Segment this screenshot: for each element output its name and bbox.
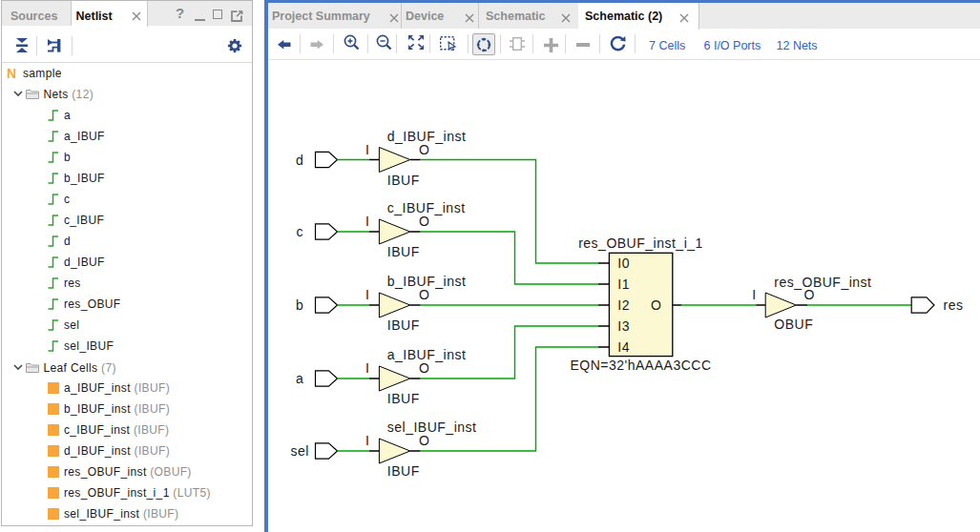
svg-text:I: I — [365, 360, 369, 376]
svg-text:res_OBUF_inst: res_OBUF_inst — [774, 275, 871, 290]
svg-text:O: O — [419, 142, 429, 157]
svg-text:I: I — [365, 287, 369, 302]
svg-text:a_IBUF_inst: a_IBUF_inst — [387, 347, 467, 362]
svg-text:d_IBUF_inst: d_IBUF_inst — [387, 129, 467, 144]
svg-text:sel_IBUF_inst: sel_IBUF_inst — [387, 419, 477, 435]
svg-text:b_IBUF_inst: b_IBUF_inst — [387, 274, 467, 289]
svg-text:a: a — [296, 371, 303, 386]
svg-text:I: I — [752, 287, 756, 302]
svg-text:I4: I4 — [617, 339, 630, 355]
svg-text:EQN=32'hAAAA3CCC: EQN=32'hAAAA3CCC — [570, 358, 711, 373]
svg-text:O: O — [419, 433, 429, 448]
svg-text:I: I — [365, 433, 369, 448]
svg-text:O: O — [419, 214, 429, 229]
svg-text:OBUF: OBUF — [774, 317, 813, 332]
svg-text:b: b — [296, 297, 303, 313]
svg-text:IBUF: IBUF — [387, 173, 420, 188]
svg-text:I2: I2 — [617, 297, 630, 313]
svg-text:c_IBUF_inst: c_IBUF_inst — [387, 200, 466, 215]
svg-text:O: O — [419, 360, 429, 376]
svg-text:c: c — [296, 224, 303, 239]
svg-text:I: I — [365, 142, 369, 157]
svg-text:IBUF: IBUF — [387, 391, 420, 406]
svg-text:I1: I1 — [617, 276, 630, 292]
svg-text:res: res — [944, 297, 964, 313]
svg-text:d: d — [296, 153, 303, 168]
svg-text:IBUF: IBUF — [387, 463, 420, 479]
svg-text:I: I — [365, 214, 369, 229]
svg-text:I0: I0 — [617, 256, 630, 271]
svg-text:O: O — [419, 287, 429, 302]
svg-text:I3: I3 — [617, 318, 630, 334]
svg-text:O: O — [651, 297, 661, 313]
svg-text:sel: sel — [290, 443, 308, 459]
svg-text:IBUF: IBUF — [387, 317, 420, 333]
svg-text:IBUF: IBUF — [387, 244, 420, 259]
svg-text:res_OBUF_inst_i_1: res_OBUF_inst_i_1 — [578, 235, 703, 251]
